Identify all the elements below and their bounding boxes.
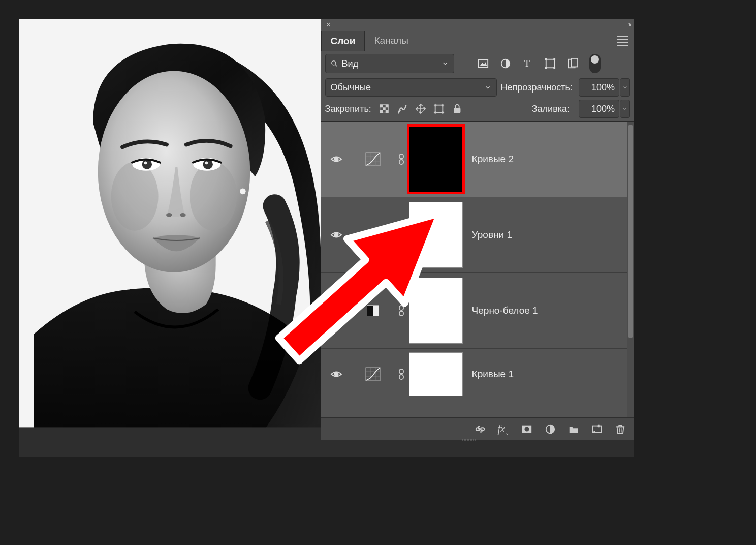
svg-point-78 (524, 427, 529, 431)
svg-rect-55 (376, 237, 379, 240)
layer-row-levels-1[interactable]: Уровни 1 (321, 197, 634, 273)
mask-link-icon[interactable] (397, 305, 405, 316)
layer-mask-thumbnail[interactable] (409, 352, 463, 396)
svg-rect-50 (399, 160, 403, 164)
tab-channels[interactable]: Каналы (365, 31, 417, 51)
svg-rect-42 (454, 108, 460, 113)
filter-shape-icon[interactable] (545, 58, 556, 69)
svg-rect-31 (380, 110, 383, 113)
layer-name-label: Уровни 1 (472, 229, 512, 240)
fx-icon[interactable]: fx⌄ (498, 423, 509, 436)
svg-rect-73 (399, 369, 403, 374)
svg-rect-60 (399, 235, 403, 240)
layers-scrollbar[interactable] (627, 122, 634, 417)
blend-mode-dropdown[interactable]: Обычные (325, 78, 497, 97)
filter-smart-icon[interactable] (567, 58, 578, 69)
filter-adjustment-icon[interactable] (500, 58, 511, 69)
panel-menu-icon[interactable] (617, 36, 628, 44)
lock-all-icon[interactable] (452, 103, 463, 114)
opacity-label: Непрозрачность: (501, 82, 573, 93)
blend-row: Обычные Непрозрачность: 100% (321, 76, 634, 99)
svg-rect-59 (399, 230, 403, 234)
delete-icon[interactable] (615, 423, 626, 435)
svg-rect-28 (380, 105, 383, 108)
svg-rect-24 (553, 67, 555, 69)
kind-filter-dropdown[interactable]: Вид (325, 54, 454, 73)
filter-pixel-icon[interactable] (478, 58, 489, 69)
layer-mask-thumbnail[interactable] (409, 126, 463, 192)
opacity-chevron[interactable] (620, 78, 630, 97)
fill-input[interactable]: 100% (579, 100, 619, 118)
lock-artboard-icon[interactable] (433, 103, 445, 114)
svg-rect-20 (546, 59, 554, 68)
svg-rect-52 (367, 236, 369, 240)
curves-adjustment-icon[interactable] (365, 367, 381, 381)
svg-text:T: T (524, 58, 529, 69)
filter-type-icons: T (478, 58, 578, 69)
fill-label: Заливка: (532, 104, 570, 114)
new-layer-icon[interactable] (591, 423, 603, 435)
visibility-toggle-icon[interactable] (330, 305, 342, 317)
lock-label: Закрепить: (325, 104, 371, 114)
svg-point-6 (142, 160, 152, 169)
adjustment-layer-icon[interactable] (545, 423, 556, 435)
mask-link-icon[interactable] (397, 369, 405, 380)
svg-rect-23 (545, 67, 547, 69)
svg-point-3 (190, 162, 237, 230)
mask-link-icon[interactable] (397, 229, 405, 240)
svg-rect-54 (373, 234, 375, 240)
tab-layers[interactable]: Слои (321, 31, 365, 51)
svg-point-67 (334, 372, 338, 377)
workspace: × ›› Слои Каналы Вид T (19, 19, 634, 457)
visibility-toggle-icon[interactable] (330, 368, 342, 380)
blend-mode-value: Обычные (331, 82, 371, 93)
add-mask-icon[interactable] (521, 423, 532, 435)
mask-link-icon[interactable] (397, 154, 405, 165)
svg-rect-64 (373, 306, 379, 316)
svg-point-8 (144, 161, 147, 164)
visibility-toggle-icon[interactable] (330, 229, 342, 241)
layers-panel: × ›› Слои Каналы Вид T (321, 19, 634, 440)
panel-resize-grip[interactable]: ııııııııı (462, 437, 493, 440)
svg-marker-56 (368, 240, 370, 241)
kind-filter-label: Вид (342, 58, 437, 69)
svg-rect-22 (553, 58, 555, 60)
scrollbar-thumb[interactable] (628, 125, 633, 338)
lock-position-icon[interactable] (415, 103, 426, 114)
chevron-down-icon (484, 84, 491, 91)
layer-mask-thumbnail[interactable] (409, 202, 463, 268)
canvas-area[interactable] (19, 19, 321, 457)
svg-point-43 (334, 157, 338, 162)
opacity-input[interactable]: 100% (579, 78, 619, 97)
svg-marker-58 (377, 240, 379, 241)
visibility-toggle-icon[interactable] (330, 153, 342, 165)
panel-tabs: Слои Каналы (321, 31, 634, 51)
svg-rect-66 (399, 311, 403, 316)
link-layers-icon[interactable] (475, 423, 486, 435)
svg-point-7 (203, 160, 213, 169)
svg-point-14 (331, 61, 335, 65)
lock-row: Закрепить: Заливка: 100% (321, 99, 634, 122)
layer-row-curves-2[interactable]: Кривые 2 (321, 122, 634, 197)
svg-line-15 (335, 65, 337, 67)
layer-mask-thumbnail[interactable] (409, 278, 463, 344)
bw-adjustment-icon[interactable] (365, 304, 381, 318)
svg-marker-57 (372, 240, 374, 241)
levels-adjustment-icon[interactable] (365, 228, 381, 242)
layer-row-curves-1[interactable]: Кривые 1 (321, 349, 634, 400)
close-panel-icon[interactable]: × (325, 19, 332, 31)
svg-rect-49 (399, 154, 403, 159)
svg-point-61 (334, 309, 338, 313)
svg-point-12 (240, 189, 246, 195)
svg-rect-26 (571, 58, 578, 67)
lock-transparency-icon[interactable] (379, 103, 390, 114)
group-icon[interactable] (568, 423, 579, 435)
svg-rect-13 (19, 427, 321, 442)
filter-type-icon[interactable]: T (522, 58, 533, 69)
fill-chevron[interactable] (620, 100, 630, 118)
lock-image-icon[interactable] (397, 103, 408, 114)
panel-header: × ›› (321, 19, 634, 31)
layer-row-bw-1[interactable]: Черно-белое 1 (321, 273, 634, 349)
filter-toggle-switch[interactable] (589, 54, 601, 73)
curves-adjustment-icon[interactable] (365, 152, 381, 166)
